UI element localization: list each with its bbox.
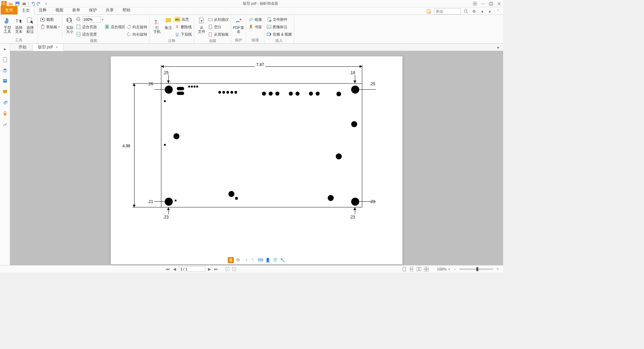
next-find-icon[interactable]: ▸: [487, 8, 493, 14]
signatures-panel-icon[interactable]: [2, 121, 8, 128]
undo-icon[interactable]: [30, 1, 35, 6]
qat-dropdown-icon[interactable]: ▾: [43, 1, 49, 6]
rotate-left-button[interactable]: 向左旋转: [126, 23, 147, 30]
from-clipboard-button[interactable]: 从剪贴板: [208, 31, 229, 38]
rotate-right-button[interactable]: 向右旋转: [126, 31, 147, 38]
tab-menu-icon[interactable]: ▾: [495, 45, 501, 51]
search-scope-icon[interactable]: [426, 8, 432, 14]
tab-share[interactable]: 共享: [101, 6, 118, 14]
ime-punct-icon[interactable]: °,: [250, 257, 256, 263]
open-icon[interactable]: [8, 1, 13, 6]
image-annotation-button[interactable]: 图像标注: [266, 23, 292, 30]
last-page-icon[interactable]: ⏭: [213, 266, 219, 272]
ime-logo-icon[interactable]: S: [228, 257, 234, 263]
attachments-panel-icon[interactable]: [2, 99, 8, 106]
ime-lang-icon[interactable]: 中: [235, 257, 241, 263]
select-text-button[interactable]: T选择 文本: [13, 16, 24, 37]
gear-icon[interactable]: ⚙: [471, 8, 477, 14]
tab-help[interactable]: 帮助: [118, 6, 135, 14]
page-number-field[interactable]: [178, 266, 205, 272]
nav-back-icon[interactable]: [225, 266, 230, 272]
close-tab-icon[interactable]: ✕: [55, 45, 58, 49]
svg-rect-20: [42, 24, 43, 26]
snapshot-button[interactable]: 截图: [40, 16, 60, 23]
doctab-start[interactable]: 开始: [13, 43, 32, 51]
layers-panel-icon[interactable]: [2, 67, 8, 74]
typewriter-button[interactable]: T打 字机: [152, 16, 162, 38]
svg-point-14: [464, 10, 467, 12]
ime-keyboard-icon[interactable]: ⌨: [257, 257, 263, 263]
tab-form[interactable]: 表单: [68, 6, 85, 14]
single-page-view-icon[interactable]: [401, 266, 407, 272]
tab-comment[interactable]: 注释: [34, 6, 51, 14]
underline-button[interactable]: U下划线: [174, 31, 192, 38]
svg-rect-47: [417, 267, 419, 271]
clipboard-button[interactable]: 剪贴板▾: [40, 23, 60, 30]
zoom-in-icon[interactable]: +: [495, 266, 500, 272]
search-input[interactable]: [434, 8, 461, 14]
first-page-icon[interactable]: ⏮: [165, 266, 170, 272]
prev-page-icon[interactable]: ◀: [172, 266, 177, 272]
security-panel-icon[interactable]: [2, 110, 8, 117]
ime-skin-icon[interactable]: 👕: [272, 257, 278, 263]
save-icon[interactable]: [15, 1, 20, 6]
bookmark-button[interactable]: 书签: [248, 23, 262, 30]
zoom-field[interactable]: [82, 16, 101, 22]
close-icon[interactable]: [496, 1, 502, 6]
maximize-icon[interactable]: [488, 1, 494, 6]
facing-view-icon[interactable]: [416, 266, 422, 272]
fit-width-button[interactable]: 适合宽度: [76, 31, 104, 38]
pdf-sign-button[interactable]: PDF签 名: [233, 16, 244, 37]
dim-bl-x: .23: [163, 215, 169, 219]
minimize-icon[interactable]: —: [480, 1, 486, 6]
next-page-icon[interactable]: ▶: [207, 266, 212, 272]
hand-tool-button[interactable]: 手型 工具: [2, 16, 13, 37]
svg-rect-19: [41, 25, 44, 29]
ribbon-mode-icon[interactable]: [472, 1, 478, 6]
doctab-file[interactable]: 版型.pdf✕: [32, 43, 64, 51]
actual-size-button[interactable]: 1:1实际 大小: [64, 16, 75, 38]
zoom-out-icon[interactable]: −: [452, 266, 458, 272]
audio-video-button[interactable]: 音频 & 视频: [266, 31, 292, 38]
select-annot-button[interactable]: 选择 标注: [25, 16, 36, 37]
strikethrough-button[interactable]: T删除线: [174, 23, 192, 30]
svg-rect-44: [403, 267, 406, 271]
collapse-ribbon-icon[interactable]: ˄: [495, 8, 501, 14]
status-bar: ⏮ ◀ ▶ ⏭ 100% ▾ − +: [0, 265, 503, 272]
svg-rect-40: [3, 80, 7, 81]
link-button[interactable]: 链接: [248, 16, 262, 23]
prev-find-icon[interactable]: ◂: [479, 8, 485, 14]
zoom-slider[interactable]: [460, 268, 493, 270]
tab-view[interactable]: 视图: [51, 6, 68, 14]
note-button[interactable]: 备注: [163, 16, 174, 38]
highlight-button[interactable]: abc高亮: [174, 16, 192, 23]
comments-panel-icon[interactable]: [2, 89, 8, 95]
tab-home[interactable]: 主页: [17, 6, 34, 15]
svg-rect-49: [424, 267, 426, 269]
ribbon: 手型 工具 T选择 文本 选择 标注 工具 截图 剪贴板▾ 1:1实际 大小 ▾…: [0, 15, 503, 44]
blank-button[interactable]: 空白: [208, 23, 229, 30]
continuous-view-icon[interactable]: [409, 266, 414, 272]
svg-rect-42: [226, 267, 229, 271]
continuous-facing-view-icon[interactable]: [424, 266, 429, 272]
file-attachment-button[interactable]: 文件附件: [266, 16, 292, 23]
document-canvas[interactable]: 7.87 4.96: [10, 51, 503, 265]
bookmarks-panel-icon[interactable]: [2, 78, 8, 85]
ime-tool-icon[interactable]: 🔧: [279, 257, 285, 263]
from-scanner-button[interactable]: 从扫描仪: [208, 16, 229, 23]
fit-visible-button[interactable]: 适合视区: [104, 23, 125, 30]
ime-moon-icon[interactable]: ☽: [243, 257, 249, 263]
pages-panel-icon[interactable]: [2, 56, 8, 63]
tab-protect[interactable]: 保护: [85, 6, 101, 14]
redo-icon[interactable]: [37, 1, 42, 6]
nav-forward-icon[interactable]: [231, 266, 237, 272]
print-icon[interactable]: [21, 1, 27, 6]
group-label: 保护: [233, 37, 244, 43]
tab-file[interactable]: 文件: [1, 6, 17, 14]
zoom-out-icon[interactable]: [76, 17, 81, 22]
nav-expand-icon[interactable]: ▸: [2, 46, 8, 52]
from-file-button[interactable]: 从 文件: [196, 16, 207, 38]
search-icon[interactable]: [463, 8, 469, 14]
ime-person-icon[interactable]: 👤: [265, 257, 271, 263]
fit-page-button[interactable]: 适合页面: [76, 23, 104, 30]
